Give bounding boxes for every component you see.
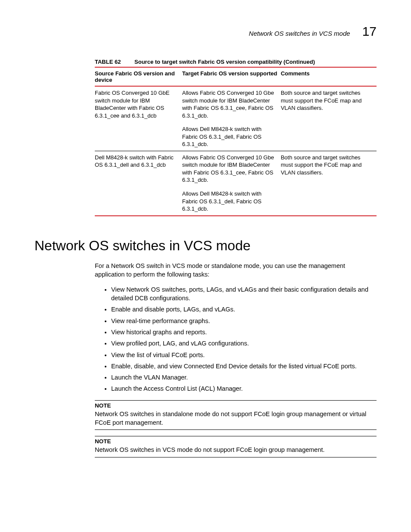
- table-block: TABLE 62 Source to target switch Fabric …: [95, 59, 377, 216]
- list-item: View Network OS switches, ports, LAGs, a…: [111, 285, 377, 303]
- note-body: Network OS switches in standalone mode d…: [95, 410, 377, 427]
- note-label: NOTE: [95, 402, 377, 409]
- note-body: Network OS switches in VCS mode do not s…: [95, 445, 377, 454]
- list-item: Launch the Access Control List (ACL) Man…: [111, 384, 377, 393]
- cell-source: Dell M8428-k switch with Fabric OS 6.3.1…: [95, 151, 182, 215]
- section-heading: Network OS switches in VCS mode: [34, 238, 377, 254]
- table-header-source: Source Fabric OS version and device: [95, 67, 182, 86]
- table-row: Fabric OS Converged 10 GbE switch module…: [95, 86, 377, 151]
- note-block: NOTE Network OS switches in standalone m…: [95, 400, 377, 430]
- list-item: View profiled port, LAG, and vLAG config…: [111, 339, 377, 348]
- chapter-number: 17: [362, 24, 377, 39]
- page: Network OS switches in VCS mode 17 TABLE…: [0, 0, 411, 489]
- cell-target: Allows Fabric OS Converged 10 Gbe switch…: [182, 151, 281, 215]
- cell-target-p2: Allows Dell M8428-k switch with Fabric O…: [182, 190, 275, 213]
- table-header-target: Target Fabric OS version supported: [182, 67, 281, 86]
- intro-paragraph: For a Network OS switch in VCS mode or s…: [95, 261, 377, 279]
- table-row: Dell M8428-k switch with Fabric OS 6.3.1…: [95, 151, 377, 215]
- running-header-title: Network OS switches in VCS mode: [249, 30, 350, 37]
- table-label: TABLE 62: [95, 59, 121, 65]
- table-header-comments: Comments: [281, 67, 377, 86]
- table-header-row: Source Fabric OS version and device Targ…: [95, 67, 377, 86]
- note-label: NOTE: [95, 438, 377, 445]
- cell-comments: Both source and target switches must sup…: [281, 86, 377, 151]
- list-item: View historical graphs and reports.: [111, 328, 377, 336]
- cell-comments: Both source and target switches must sup…: [281, 151, 377, 215]
- cell-target: Allows Fabric OS Converged 10 Gbe switch…: [182, 86, 281, 151]
- note-block: NOTE Network OS switches in VCS mode do …: [95, 436, 377, 457]
- cell-target-p2: Allows Dell M8428-k switch with Fabric O…: [182, 125, 275, 148]
- cell-source: Fabric OS Converged 10 GbE switch module…: [95, 86, 182, 151]
- section-body: For a Network OS switch in VCS mode or s…: [95, 261, 377, 457]
- table-caption: TABLE 62 Source to target switch Fabric …: [95, 59, 377, 65]
- running-header: Network OS switches in VCS mode 17: [34, 24, 377, 39]
- task-list: View Network OS switches, ports, LAGs, a…: [103, 285, 377, 393]
- list-item: Enable and disable ports, LAGs, and vLAG…: [111, 305, 377, 314]
- list-item: View real-time performance graphs.: [111, 317, 377, 325]
- cell-target-p1: Allows Fabric OS Converged 10 Gbe switch…: [182, 154, 275, 184]
- table-description: Source to target switch Fabric OS versio…: [134, 59, 315, 65]
- list-item: View the list of virtual FCoE ports.: [111, 351, 377, 359]
- list-item: Launch the VLAN Manager.: [111, 373, 377, 382]
- cell-target-p1: Allows Fabric OS Converged 10 Gbe switch…: [182, 89, 275, 119]
- list-item: Enable, disable, and view Connected End …: [111, 362, 377, 370]
- compatibility-table: Source Fabric OS version and device Targ…: [95, 67, 377, 216]
